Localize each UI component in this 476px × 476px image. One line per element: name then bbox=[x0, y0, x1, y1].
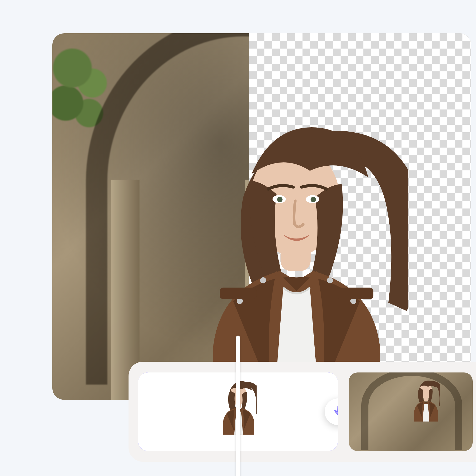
result-thumbnail-strip bbox=[129, 362, 476, 462]
image-comparison-canvas[interactable] bbox=[52, 33, 471, 400]
comparison-slider-handle[interactable] bbox=[236, 336, 240, 476]
thumbnail-original[interactable] bbox=[349, 373, 473, 451]
transparent-background bbox=[249, 33, 471, 400]
comparison-stage bbox=[52, 33, 471, 400]
download-icon bbox=[331, 405, 338, 418]
